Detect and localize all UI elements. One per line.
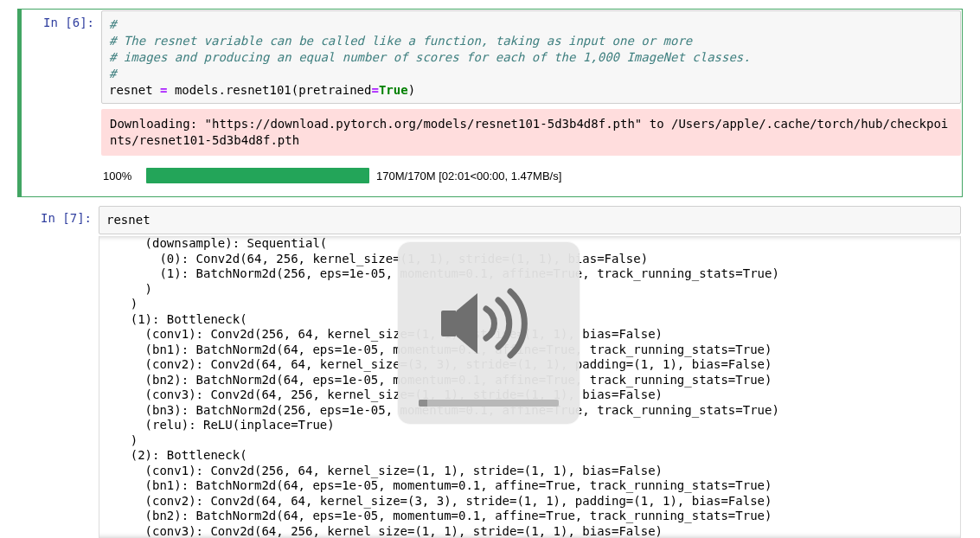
keyword-true: True	[379, 83, 408, 97]
volume-osd-overlay	[398, 242, 580, 424]
code-text: resnet	[106, 213, 151, 227]
progress-percent: 100%	[103, 170, 139, 183]
stderr-output: Downloading: "https://download.pytorch.o…	[101, 109, 961, 156]
download-progress-row: 100% 170M/170M [02:01<00:00, 1.47MB/s]	[101, 164, 961, 195]
comment-line: #	[109, 17, 116, 31]
svg-marker-1	[457, 293, 477, 354]
progress-bar	[146, 168, 369, 183]
code-cell-6[interactable]: In [6]: # # The resnet variable can be c…	[17, 9, 963, 197]
operator: =	[371, 83, 378, 97]
code-input-area[interactable]: resnet	[99, 206, 961, 234]
input-prompt: In [7]:	[19, 206, 99, 538]
speaker-icon	[432, 247, 545, 400]
code-text: resnet	[109, 83, 160, 97]
code-text: )	[408, 83, 415, 97]
svg-rect-0	[441, 311, 457, 336]
comment-line: # images and producing an equal number o…	[109, 50, 751, 64]
comment-line: #	[109, 67, 116, 80]
input-prompt: In [6]:	[22, 10, 101, 195]
code-text: models.resnet101(pretrained	[167, 83, 371, 97]
code-input-area[interactable]: # # The resnet variable can be called li…	[101, 10, 961, 104]
volume-track	[419, 400, 559, 407]
volume-fill	[419, 400, 427, 407]
progress-stats: 170M/170M [02:01<00:00, 1.47MB/s]	[376, 170, 561, 183]
comment-line: # The resnet variable can be called like…	[109, 34, 692, 48]
